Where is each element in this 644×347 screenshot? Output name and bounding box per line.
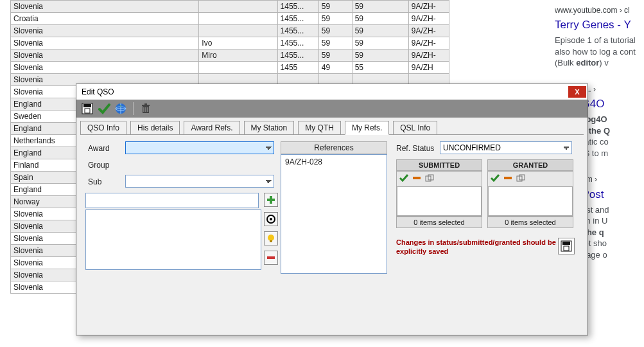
table-row[interactable]: SloveniaMiro1455...59599A/ZH- bbox=[11, 49, 449, 62]
ref-status-combo[interactable]: UNCONFIRMED bbox=[440, 141, 572, 154]
cell[interactable]: 1455... bbox=[277, 25, 318, 37]
minus-icon[interactable] bbox=[503, 174, 512, 184]
save-icon[interactable] bbox=[80, 102, 94, 116]
tab-qsl-info[interactable]: QSL Info bbox=[393, 121, 437, 135]
result-crumb: www.youtube.com › cl bbox=[555, 5, 644, 15]
cell[interactable]: Slovenia bbox=[11, 25, 199, 37]
cell[interactable]: 59 bbox=[318, 1, 352, 13]
reference-item[interactable]: 9A/ZH-028 bbox=[285, 157, 383, 166]
tab-my-refs[interactable]: My Refs. bbox=[345, 121, 389, 135]
cell[interactable]: Slovenia bbox=[11, 37, 199, 49]
cell[interactable]: 59 bbox=[318, 25, 352, 37]
cell[interactable]: 1455... bbox=[277, 49, 318, 62]
cell[interactable]: Slovenia bbox=[11, 49, 199, 62]
result-snippet: Episode 1 of a tutorial also how to log … bbox=[555, 35, 644, 69]
add-icon[interactable] bbox=[264, 193, 278, 207]
svg-rect-18 bbox=[413, 177, 421, 179]
cell[interactable]: 59 bbox=[352, 13, 408, 25]
cell[interactable] bbox=[199, 25, 277, 37]
tab-my-qth[interactable]: My QTH bbox=[298, 121, 341, 135]
cell[interactable]: 59 bbox=[352, 25, 408, 37]
cell[interactable]: 9A/ZH- bbox=[408, 37, 449, 49]
references-header: References bbox=[281, 141, 387, 154]
cell[interactable] bbox=[199, 62, 277, 74]
cell[interactable]: 9A/ZH bbox=[408, 62, 449, 74]
cell[interactable]: 59 bbox=[352, 49, 408, 62]
granted-count: 0 items selected bbox=[487, 217, 573, 228]
accept-icon[interactable] bbox=[97, 102, 111, 116]
svg-rect-12 bbox=[267, 199, 275, 201]
submitted-header: SUBMITTED bbox=[396, 159, 482, 171]
cell[interactable]: 1455... bbox=[277, 1, 318, 13]
cell[interactable]: Croatia bbox=[11, 13, 199, 25]
dialog-title: Edit QSO bbox=[82, 87, 114, 96]
ref-input[interactable] bbox=[85, 193, 259, 208]
cell[interactable]: 59 bbox=[352, 1, 408, 13]
check-icon[interactable] bbox=[399, 174, 408, 184]
submitted-list[interactable] bbox=[397, 186, 482, 216]
check-icon[interactable] bbox=[491, 174, 500, 184]
copy-icon[interactable] bbox=[425, 174, 434, 184]
cell[interactable]: 49 bbox=[318, 62, 352, 74]
cell[interactable]: 59 bbox=[318, 37, 352, 49]
cell[interactable]: 9A/ZH- bbox=[408, 1, 449, 13]
cell[interactable]: 9A/ZH- bbox=[408, 13, 449, 25]
svg-rect-21 bbox=[504, 177, 512, 179]
cell[interactable]: Slovenia bbox=[11, 1, 199, 13]
save-status-icon[interactable] bbox=[558, 238, 575, 254]
cell[interactable] bbox=[199, 1, 277, 13]
granted-header: GRANTED bbox=[487, 159, 573, 171]
cell[interactable]: 59 bbox=[318, 49, 352, 62]
cell[interactable]: 1455... bbox=[277, 13, 318, 25]
svg-rect-25 bbox=[562, 242, 570, 245]
delete-icon[interactable] bbox=[139, 102, 153, 116]
svg-rect-26 bbox=[564, 246, 569, 251]
table-row[interactable]: Croatia1455...59599A/ZH- bbox=[11, 13, 449, 25]
target-icon[interactable] bbox=[264, 212, 278, 226]
svg-rect-7 bbox=[144, 103, 147, 105]
ref-candidate-list[interactable] bbox=[85, 209, 261, 270]
cell[interactable]: 9A/ZH- bbox=[408, 25, 449, 37]
ref-status-label: Ref. Status bbox=[396, 144, 434, 153]
cell[interactable]: 1455 bbox=[277, 62, 318, 74]
cell[interactable] bbox=[199, 13, 277, 25]
group-label: Group bbox=[88, 161, 109, 170]
cell[interactable]: Miro bbox=[199, 49, 277, 62]
submitted-count: 0 items selected bbox=[396, 217, 482, 228]
result-title-link[interactable]: Terry Genes - Y bbox=[555, 18, 644, 32]
cell[interactable]: 1455... bbox=[277, 37, 318, 49]
sub-combo[interactable] bbox=[125, 175, 274, 188]
close-button[interactable]: X bbox=[568, 86, 586, 98]
cell[interactable]: 9A/ZH- bbox=[408, 49, 449, 62]
references-list[interactable]: 9A/ZH-028 bbox=[281, 154, 387, 274]
tab-his-details[interactable]: His details bbox=[130, 121, 180, 135]
tab-my-station[interactable]: My Station bbox=[244, 121, 295, 135]
svg-rect-1 bbox=[83, 104, 91, 107]
save-warning: Changes in status/submitted/granted shou… bbox=[396, 238, 557, 256]
cell[interactable]: Ivo bbox=[199, 37, 277, 49]
tab-qso-info[interactable]: QSO Info bbox=[80, 121, 126, 135]
award-label: Award bbox=[88, 144, 110, 153]
svg-rect-17 bbox=[267, 256, 275, 259]
copy-icon[interactable] bbox=[516, 174, 525, 184]
tab-strip: QSO InfoHis detailsAward Refs.My Station… bbox=[76, 118, 587, 134]
svg-point-15 bbox=[268, 235, 274, 241]
table-row[interactable]: Slovenia1455...59599A/ZH- bbox=[11, 1, 449, 13]
table-row[interactable]: Slovenia145549559A/ZH bbox=[11, 62, 449, 74]
award-combo[interactable] bbox=[125, 141, 274, 154]
dialog-toolbar bbox=[76, 100, 587, 118]
globe-icon[interactable] bbox=[114, 102, 128, 116]
cell[interactable]: 59 bbox=[318, 13, 352, 25]
tab-award-refs[interactable]: Award Refs. bbox=[184, 121, 239, 135]
hint-icon[interactable] bbox=[264, 231, 278, 245]
table-row[interactable]: SloveniaIvo1455...59599A/ZH- bbox=[11, 37, 449, 49]
table-row[interactable]: Slovenia1455...59599A/ZH- bbox=[11, 25, 449, 37]
minus-icon[interactable] bbox=[412, 174, 421, 184]
cell[interactable]: 59 bbox=[352, 37, 408, 49]
svg-rect-2 bbox=[85, 109, 90, 113]
svg-rect-16 bbox=[270, 240, 272, 242]
remove-icon[interactable] bbox=[264, 251, 278, 265]
cell[interactable]: 55 bbox=[352, 62, 408, 74]
granted-list[interactable] bbox=[488, 186, 573, 216]
cell[interactable]: Slovenia bbox=[11, 62, 199, 74]
